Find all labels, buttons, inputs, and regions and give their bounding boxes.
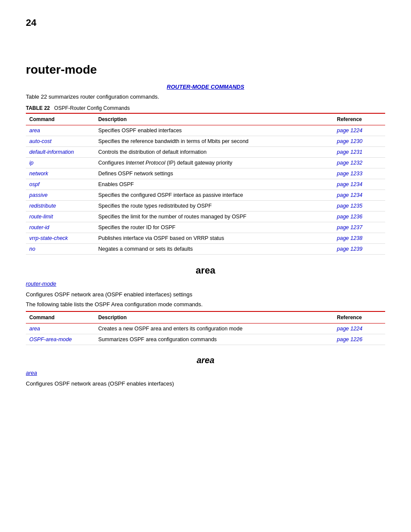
table-row: passiveSpecifies the configured OSPF int… [26, 190, 385, 201]
desc-cell: Configures Internet Protocol (IP) defaul… [95, 158, 333, 168]
area-desc1: Configures OSPF network area (OSPF enabl… [26, 291, 385, 298]
desc-cell: Specifies the configured OSPF interface … [95, 190, 333, 201]
desc-cell: Specifies the limit for the number of ro… [95, 212, 333, 222]
table22: Command Description Reference areaSpecif… [26, 113, 385, 255]
table-row: router-idSpecifies the router ID for OSP… [26, 222, 385, 233]
area2-link[interactable]: area [26, 370, 385, 376]
section-title: router-mode [26, 63, 385, 77]
area-table-header-row: Command Description Reference [26, 311, 385, 324]
table-row: noNegates a command or sets its defaults… [26, 244, 385, 255]
col-command: Command [26, 113, 95, 125]
area-section-title: area [26, 265, 385, 276]
ref-cell[interactable]: page 1238 [333, 233, 385, 244]
router-mode-commands-link[interactable]: ROUTER-MODE COMMANDS [26, 84, 385, 90]
cmd-cell[interactable]: router-id [26, 222, 95, 233]
desc-cell: Publishes interface via OSPF based on VR… [95, 233, 333, 244]
area-col-description: Description [95, 311, 333, 324]
table-row: areaCreates a new OSPF area and enters i… [26, 324, 385, 334]
table-row: default-informationControls the distribu… [26, 147, 385, 158]
table-intro-text: Table 22 summarizes router configuration… [26, 93, 385, 100]
desc-cell: Defines OSPF network settings [95, 168, 333, 179]
cmd-cell[interactable]: OSPF-area-mode [26, 334, 95, 345]
area-router-mode-link[interactable]: router-mode [26, 280, 385, 287]
desc-cell: Specifies OSPF enabled interfaces [95, 125, 333, 136]
cmd-cell[interactable]: area [26, 324, 95, 334]
area-desc2: The following table lists the OSPF Area … [26, 301, 385, 308]
table22-header-row: Command Description Reference [26, 113, 385, 125]
ref-cell[interactable]: page 1236 [333, 212, 385, 222]
desc-cell: Specifies the router ID for OSPF [95, 222, 333, 233]
ref-cell[interactable]: page 1237 [333, 222, 385, 233]
cmd-cell[interactable]: area [26, 125, 95, 136]
page-number: 24 [26, 17, 385, 28]
desc-cell: Summarizes OSPF area configuration comma… [95, 334, 333, 345]
table-row: areaSpecifies OSPF enabled interfacespag… [26, 125, 385, 136]
ref-cell[interactable]: page 1224 [333, 324, 385, 334]
desc-cell: Negates a command or sets its defaults [95, 244, 333, 255]
ref-cell[interactable]: page 1226 [333, 334, 385, 345]
ref-cell[interactable]: page 1239 [333, 244, 385, 255]
ref-cell[interactable]: page 1231 [333, 147, 385, 158]
table-row: OSPF-area-modeSummarizes OSPF area confi… [26, 334, 385, 345]
ref-cell[interactable]: page 1234 [333, 179, 385, 190]
ref-cell[interactable]: page 1234 [333, 190, 385, 201]
area-col-reference: Reference [333, 311, 385, 324]
desc-cell: Creates a new OSPF area and enters its c… [95, 324, 333, 334]
desc-cell: Specifies the route types redistributed … [95, 201, 333, 212]
ref-cell[interactable]: page 1233 [333, 168, 385, 179]
col-description: Description [95, 113, 333, 125]
cmd-cell[interactable]: route-limit [26, 212, 95, 222]
table-row: redistributeSpecifies the route types re… [26, 201, 385, 212]
table-row: auto-costSpecifies the reference bandwid… [26, 136, 385, 147]
table-row: networkDefines OSPF network settingspage… [26, 168, 385, 179]
cmd-cell[interactable]: ip [26, 158, 95, 168]
area-table: Command Description Reference areaCreate… [26, 311, 385, 345]
ref-cell[interactable]: page 1224 [333, 125, 385, 136]
area-col-command: Command [26, 311, 95, 324]
area2-desc: Configures OSPF network areas (OSPF enab… [26, 380, 385, 387]
table22-label: TABLE 22 OSPF-Router Config Commands [26, 105, 385, 111]
desc-cell: Controls the distribution of default inf… [95, 147, 333, 158]
cmd-cell[interactable]: passive [26, 190, 95, 201]
table-row: vrrp-state-checkPublishes interface via … [26, 233, 385, 244]
table-row: ospfEnables OSPFpage 1234 [26, 179, 385, 190]
cmd-cell[interactable]: network [26, 168, 95, 179]
cmd-cell[interactable]: redistribute [26, 201, 95, 212]
cmd-cell[interactable]: no [26, 244, 95, 255]
cmd-cell[interactable]: auto-cost [26, 136, 95, 147]
desc-cell: Enables OSPF [95, 179, 333, 190]
col-reference: Reference [333, 113, 385, 125]
desc-cell: Specifies the reference bandwidth in ter… [95, 136, 333, 147]
area2-section-title: area [26, 355, 385, 365]
cmd-cell[interactable]: vrrp-state-check [26, 233, 95, 244]
table-row: ipConfigures Internet Protocol (IP) defa… [26, 158, 385, 168]
table22-caption: OSPF-Router Config Commands [54, 105, 130, 111]
ref-cell[interactable]: page 1232 [333, 158, 385, 168]
table22-label-text: TABLE 22 [26, 105, 50, 111]
ref-cell[interactable]: page 1230 [333, 136, 385, 147]
cmd-cell[interactable]: ospf [26, 179, 95, 190]
cmd-cell[interactable]: default-information [26, 147, 95, 158]
table-row: route-limitSpecifies the limit for the n… [26, 212, 385, 222]
ref-cell[interactable]: page 1235 [333, 201, 385, 212]
